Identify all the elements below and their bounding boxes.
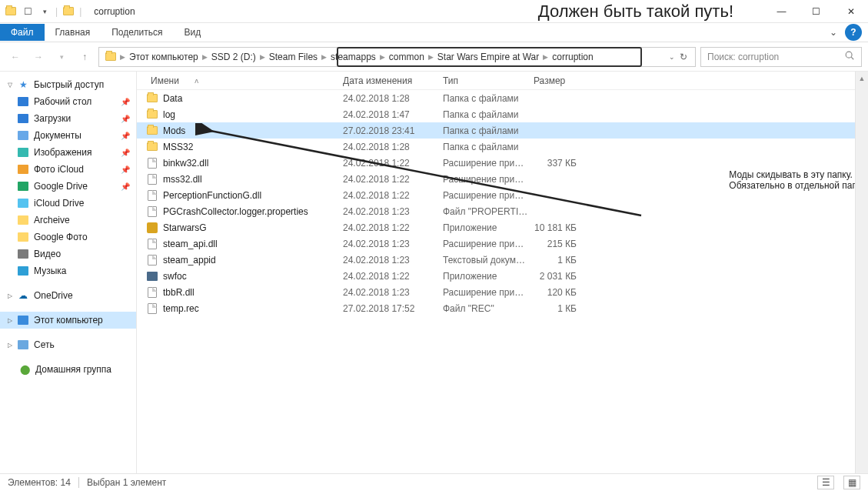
nav-up-button[interactable]: ↑ [75,48,94,66]
sidebar-item-label: iCloud Drive [34,198,84,209]
column-headers[interactable]: Имениʌ Дата изменения Тип Размер [137,72,868,90]
file-row[interactable]: PGCrashCollector.logger.properties24.02.… [137,203,868,219]
address-dropdown-icon[interactable]: ⌄ [669,53,675,61]
file-date: 24.02.2018 1:23 [343,287,443,298]
file-row[interactable]: Mods27.02.2018 23:41Папка с файлами [137,122,868,139]
svg-line-1 [851,57,853,59]
tab-view[interactable]: Вид [173,24,211,41]
qat-properties-icon[interactable]: ☐ [22,5,34,18]
sidebar-item-label: Документы [34,130,81,141]
annotation-folder-note: Моды скидывать в эту папку. Обязательно … [724,168,868,193]
sidebar-item[interactable]: iCloud Drive [0,195,136,212]
file-row[interactable]: steam_appid24.02.2018 1:23Текстовый доку… [137,252,868,268]
breadcrumb-seg[interactable]: Steam Files [266,48,321,65]
file-name: tbbR.dll [160,287,343,298]
breadcrumb-seg[interactable]: SSD 2 (D:) [208,48,259,65]
file-row[interactable]: swfoc24.02.2018 1:22Приложение2 031 КБ [137,268,868,284]
sidebar-item[interactable]: Рабочий стол📌 [0,93,136,110]
view-details-button[interactable]: ☰ [817,476,834,489]
pin-icon: 📌 [121,182,130,191]
ribbon-collapse-icon[interactable]: ⌄ [822,27,845,38]
sidebar-item[interactable]: Документы📌 [0,127,136,144]
tab-share[interactable]: Поделиться [101,24,173,41]
file-name: temp.rec [160,303,343,314]
address-bar[interactable]: ▶ Этот компьютер▶ SSD 2 (D:)▶ Steam File… [98,47,696,67]
file-name: PerceptionFunctionG.dll [160,190,343,201]
file-row[interactable]: MSS3224.02.2018 1:28Папка с файлами [137,139,868,155]
file-size: 337 КБ [534,158,587,169]
folder-icon [17,95,29,108]
file-row[interactable]: steam_api.dll24.02.2018 1:23Расширение п… [137,235,868,252]
file-icon [145,287,160,298]
file-type: Текстовый докум… [443,255,534,266]
sidebar-item-label: Видео [34,249,61,259]
sort-asc-icon: ʌ [195,77,198,85]
folder-icon [17,197,29,209]
nav-recent-button[interactable]: ▾ [52,48,71,66]
file-row[interactable]: log24.02.2018 1:47Папка с файлами [137,106,868,122]
file-type: Папка с файлами [443,93,534,104]
file-row[interactable]: temp.rec27.02.2018 17:52Файл "REC"1 КБ [137,300,868,316]
file-icon [145,272,160,281]
window-title: corruption [86,6,142,17]
search-placeholder: Поиск: corruption [707,52,844,62]
sidebar-item[interactable]: Музыка [0,262,136,279]
nav-back-button[interactable]: ← [6,48,25,66]
breadcrumb-root-icon[interactable] [102,48,119,65]
breadcrumb-seg[interactable]: steamapps [328,48,379,65]
folder-icon [5,5,17,18]
nav-row: ← → ▾ ↑ ▶ Этот компьютер▶ SSD 2 (D:)▶ St… [0,42,868,72]
sidebar-item[interactable]: Фото iCloud📌 [0,161,136,178]
breadcrumb-seg[interactable]: common [386,48,427,65]
file-icon [145,239,160,249]
file-type: Расширение при… [443,239,534,249]
tab-file[interactable]: Файл [0,24,45,41]
file-size: 2 031 КБ [534,271,587,282]
folder-icon [17,231,29,243]
file-date: 24.02.2018 1:23 [343,206,443,217]
sidebar-item[interactable]: Archeive [0,212,136,229]
folder-icon [17,265,29,277]
sidebar-item[interactable]: Изображения📌 [0,144,136,161]
file-date: 24.02.2018 1:47 [343,109,443,120]
file-date: 24.02.2018 1:23 [343,255,443,266]
file-size: 1 КБ [534,255,587,266]
sidebar-homegroup[interactable]: ⬤ Домашняя группа [0,361,136,378]
maximize-button[interactable]: ☐ [799,0,833,23]
sidebar-item-label: Google Фото [34,232,88,242]
folder-icon [17,214,29,226]
sidebar-item[interactable]: Загрузки📌 [0,110,136,127]
refresh-icon[interactable]: ↻ [680,52,687,62]
file-date: 24.02.2018 1:28 [343,93,443,104]
tab-home[interactable]: Главная [45,24,101,41]
sidebar-item[interactable]: Видео [0,246,136,262]
file-icon [145,206,160,217]
folder-icon [62,5,75,18]
sidebar-item[interactable]: Google Фото [0,229,136,246]
sidebar-item-label: Музыка [34,266,66,276]
status-bar: Элементов: 14 Выбран 1 элемент ☰ ▦ [0,473,868,491]
minimize-button[interactable]: — [764,0,799,23]
sidebar-network[interactable]: ▷ Сеть [0,336,136,353]
nav-forward-button[interactable]: → [29,48,48,66]
qat-chevron-icon[interactable]: ▾ [38,5,51,18]
file-row[interactable]: tbbR.dll24.02.2018 1:23Расширение при…12… [137,284,868,300]
search-box[interactable]: Поиск: corruption [700,47,862,67]
homegroup-icon: ⬤ [18,363,31,376]
help-icon[interactable]: ? [845,24,862,41]
breadcrumb-seg[interactable]: corruption [549,48,596,65]
breadcrumb-seg[interactable]: Этот компьютер [126,48,201,65]
file-date: 24.02.2018 1:22 [343,158,443,169]
scroll-up-icon[interactable]: ▲ [856,72,868,85]
view-icons-button[interactable]: ▦ [843,476,860,489]
file-row[interactable]: Data24.02.2018 1:28Папка с файлами [137,90,868,106]
sidebar-onedrive[interactable]: ▷ ☁ OneDrive [0,287,136,304]
breadcrumb-seg[interactable]: Star Wars Empire at War [434,48,542,65]
sidebar-this-pc[interactable]: ▷ Этот компьютер [0,312,136,329]
file-row[interactable]: StarwarsG24.02.2018 1:22Приложение10 181… [137,219,868,235]
file-name: swfoc [160,271,343,282]
close-button[interactable]: ✕ [833,0,868,23]
sidebar-quick-access[interactable]: ▽ ★ Быстрый доступ [0,76,136,93]
sidebar-item[interactable]: Google Drive📌 [0,178,136,195]
scrollbar[interactable]: ▲ [855,72,868,473]
